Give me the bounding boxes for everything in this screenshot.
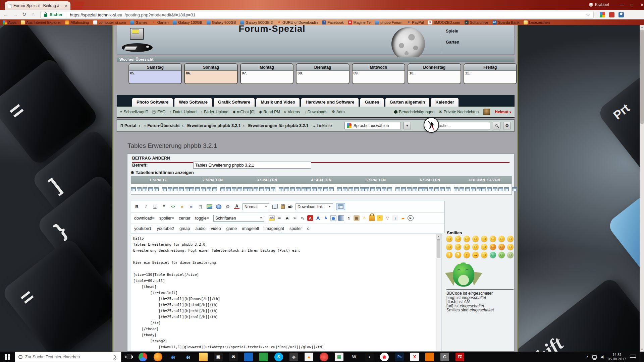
editor-bbcode-button[interactable]: toggle= xyxy=(195,216,209,221)
smiley[interactable]: ☺ xyxy=(481,236,487,242)
editor-bbcode-button[interactable]: youtube2 xyxy=(157,226,174,231)
opera[interactable]: ◉ xyxy=(380,353,389,361)
editor-bbcode-button[interactable]: gmap xyxy=(179,226,190,231)
minimize-button[interactable]: — xyxy=(617,0,627,10)
editor-button[interactable]: ab xyxy=(269,215,275,221)
editor-button[interactable]: ▶ xyxy=(408,215,414,221)
table-icon[interactable] xyxy=(370,187,375,191)
forum-tab[interactable]: Grafik Software xyxy=(213,98,255,107)
table-icon[interactable] xyxy=(279,187,283,191)
pdf-xchange[interactable]: X xyxy=(410,353,419,361)
scroll-up-icon[interactable]: ▲ xyxy=(436,234,441,239)
table-icon[interactable] xyxy=(440,187,445,191)
editor-button[interactable]: ≣ xyxy=(276,215,282,221)
table-icon[interactable] xyxy=(284,187,289,191)
scrollbar-thumb[interactable] xyxy=(640,30,644,124)
quicklink[interactable]: ↓ Downloads xyxy=(304,110,327,114)
bookmark[interactable]: f Facebook xyxy=(322,20,343,24)
editor-button[interactable]: A xyxy=(323,215,329,221)
table-preview-column[interactable] xyxy=(365,184,423,194)
table-preview-column[interactable] xyxy=(248,184,306,194)
table-icon[interactable] xyxy=(504,187,509,191)
table-icon[interactable] xyxy=(296,187,301,191)
table-icon[interactable] xyxy=(259,187,264,191)
task-view-button[interactable] xyxy=(127,355,132,359)
week-day-box[interactable]: Sonntag 06. xyxy=(184,63,237,84)
font-family-select[interactable]: Schriftarten xyxy=(213,215,264,222)
mail[interactable]: ✉ xyxy=(229,353,238,361)
table-icon[interactable] xyxy=(248,187,253,191)
bookmark[interactable]: Aus Internet Explorer xyxy=(21,20,61,24)
forum-tab[interactable]: Web Software xyxy=(174,98,212,107)
scroll-down-icon[interactable]: ▼ xyxy=(640,347,644,352)
smiley[interactable]: ☺ xyxy=(455,236,461,242)
editor-button[interactable]: I xyxy=(143,204,149,209)
app-dark[interactable]: ◈ xyxy=(289,353,298,361)
header-link-garten[interactable]: Garten xyxy=(446,40,459,45)
internet-explorer[interactable]: e xyxy=(184,353,193,361)
bookmark[interactable]: 0€ Sparda Bank xyxy=(493,20,520,24)
table-icon[interactable] xyxy=(131,187,136,191)
editor-button[interactable]: B xyxy=(134,204,140,209)
app-black[interactable]: • xyxy=(365,353,374,361)
photoshop[interactable]: Ps xyxy=(395,353,404,361)
table-preview-column[interactable] xyxy=(131,184,190,194)
bookmark-star-icon[interactable]: ☆ xyxy=(586,12,590,17)
scroll-up-icon[interactable]: ▲ xyxy=(640,25,644,29)
tray-chevron-icon[interactable]: ∧ xyxy=(586,355,589,359)
textarea-scrollbar[interactable]: ▲ xyxy=(436,234,441,351)
table-icon[interactable] xyxy=(201,187,206,191)
abbr-button[interactable]: ab xyxy=(288,204,292,209)
bookmark[interactable]: Galaxy 500GB xyxy=(207,20,236,24)
bookmark[interactable]: phpbb Forum xyxy=(375,20,402,24)
editor-button[interactable]: <> xyxy=(170,204,176,209)
editor-button[interactable]: ≡ xyxy=(179,204,185,209)
smiley[interactable]: ☺ xyxy=(472,244,479,250)
firefox[interactable] xyxy=(154,353,162,361)
bookmark[interactable]: P PayPal xyxy=(407,20,424,24)
new-tab-button[interactable] xyxy=(71,2,85,9)
editor-button[interactable]: i xyxy=(392,215,398,221)
table-preview-column[interactable] xyxy=(423,184,481,194)
table-button[interactable] xyxy=(336,203,345,210)
editor-button[interactable]: A xyxy=(284,215,290,221)
table-icon[interactable] xyxy=(148,187,153,191)
editor-button[interactable]: “ xyxy=(161,204,167,209)
quicklink[interactable]: ? FAQ xyxy=(152,110,165,114)
home-icon[interactable]: ⌂ xyxy=(32,11,35,17)
extension-icon[interactable] xyxy=(600,12,605,17)
table-icon[interactable] xyxy=(454,187,459,191)
table-icon[interactable] xyxy=(382,187,386,191)
table-icon[interactable] xyxy=(354,187,359,191)
private-messages-link[interactable]: ✉ Private Nachrichten xyxy=(439,110,479,114)
table-icon[interactable] xyxy=(465,187,470,191)
quicklink[interactable]: ◆ mChat [0] xyxy=(233,110,255,114)
table-icon[interactable] xyxy=(212,187,217,191)
smiley[interactable]: ☺ xyxy=(507,236,514,242)
gimp[interactable]: G xyxy=(440,353,449,361)
table-icon[interactable] xyxy=(143,187,147,191)
bookmark[interactable]: G GURU of Downloadin xyxy=(277,20,318,24)
week-day-box[interactable]: Freitag 11. xyxy=(464,63,517,84)
table-icon[interactable] xyxy=(387,187,392,191)
table-icon[interactable] xyxy=(413,187,417,191)
smiley[interactable]: ☺ xyxy=(481,252,487,258)
table-icon[interactable] xyxy=(271,187,275,191)
smiley[interactable]: ? xyxy=(455,252,461,258)
table-icon[interactable] xyxy=(418,187,423,191)
editor-button[interactable]: ▣ xyxy=(354,215,360,221)
editor-button[interactable] xyxy=(207,204,212,209)
table-icon[interactable] xyxy=(407,187,412,191)
table-icon[interactable] xyxy=(343,187,347,191)
editor-button[interactable]: ☁ xyxy=(400,215,406,221)
editor-button[interactable]: ⚠ xyxy=(361,215,367,221)
editor-bbcode-button[interactable]: spoiler= xyxy=(159,216,174,221)
editor-button[interactable]: A xyxy=(307,215,313,221)
breadcrumb-item[interactable]: ⌂ Foren-Übersicht xyxy=(136,123,179,128)
smiley[interactable]: ☺ xyxy=(446,244,452,250)
table-icon[interactable] xyxy=(460,187,464,191)
table-icon[interactable] xyxy=(154,187,159,191)
table-icon[interactable] xyxy=(190,187,194,191)
table-icon[interactable] xyxy=(243,187,248,191)
table-guides-toggle[interactable]: ◉ Tabellenrichtlinien anzeigen xyxy=(131,170,194,175)
